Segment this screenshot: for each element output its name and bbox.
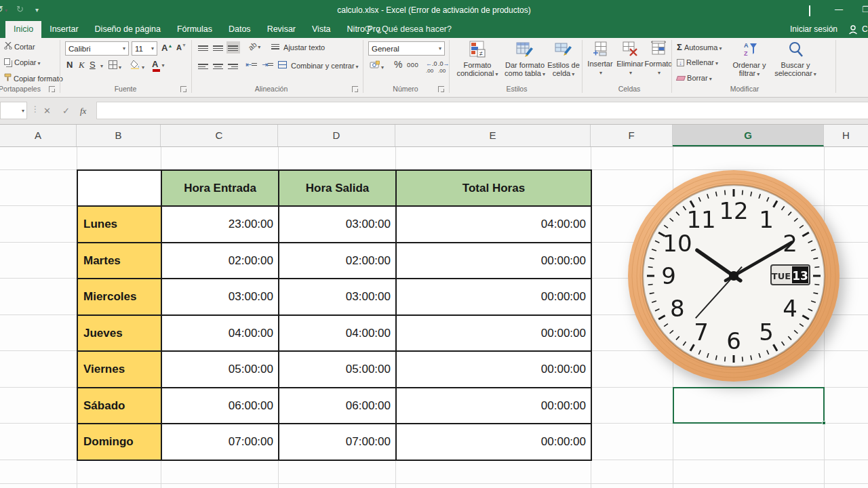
cell-hora-entrada[interactable]: 05:00:00	[162, 352, 279, 388]
fill-handle[interactable]	[822, 421, 826, 425]
insert-function-icon[interactable]: fx	[80, 106, 86, 117]
selected-cell[interactable]	[673, 387, 825, 424]
cell-total-horas[interactable]: 00:00:00	[397, 424, 592, 461]
cell-hora-salida[interactable]: 06:00:00	[279, 388, 397, 424]
cell-day[interactable]: Martes	[78, 243, 162, 279]
tell-me-search[interactable]: ¿Qué desea hacer?	[365, 24, 452, 34]
cell-day[interactable]: Sábado	[78, 388, 162, 424]
underline-options-arrow-icon[interactable]: ▾	[100, 63, 103, 69]
increase-font-size-button[interactable]: A▲	[161, 43, 172, 53]
cell-day[interactable]: Domingo	[78, 424, 162, 461]
align-top-button[interactable]	[197, 41, 210, 54]
table-header-hora-entrada[interactable]: Hora Entrada	[162, 171, 279, 207]
clear-button[interactable]: Borrar▾	[677, 74, 712, 82]
cell-hora-salida[interactable]: 02:00:00	[279, 243, 397, 279]
cell-hora-entrada[interactable]: 03:00:00	[162, 279, 279, 316]
alignment-dialog-launcher-icon[interactable]	[352, 86, 358, 92]
maximize-icon[interactable]: ❐	[860, 5, 868, 14]
table-header-total-horas[interactable]: Total Horas	[397, 171, 592, 207]
column-header-H[interactable]: H	[824, 125, 868, 146]
cell-hora-entrada[interactable]: 23:00:00	[162, 207, 279, 243]
cancel-entry-icon[interactable]: ✕	[43, 106, 51, 116]
number-dialog-launcher-icon[interactable]	[438, 86, 444, 92]
fill-color-button[interactable]: ▾	[130, 60, 144, 70]
cell-day[interactable]: Viernes	[78, 352, 162, 388]
share-button-partial[interactable]: C	[862, 24, 868, 34]
align-middle-button[interactable]	[212, 41, 225, 54]
minimize-icon[interactable]: —	[833, 5, 845, 14]
sort-filter-button[interactable]: A Z Ordenar y filtrar▾	[728, 41, 770, 79]
insert-cells-button[interactable]: Insertar▾	[586, 41, 614, 77]
cell-day[interactable]: Jueves	[78, 316, 162, 352]
cell-total-horas[interactable]: 00:00:00	[397, 316, 592, 352]
ribbon-tab-datos[interactable]: Datos	[220, 21, 259, 38]
align-bottom-button[interactable]	[226, 41, 240, 54]
comma-style-button[interactable]: 000	[407, 61, 418, 68]
cell-day[interactable]: Miercoles	[78, 279, 162, 316]
ribbon-tab-insertar[interactable]: Insertar	[41, 21, 86, 38]
font-name-select[interactable]: Calibri▾	[65, 41, 129, 56]
cell-hora-entrada[interactable]: 02:00:00	[162, 243, 279, 279]
find-select-button[interactable]: Buscar y seleccionar▾	[772, 41, 819, 79]
font-dialog-launcher-icon[interactable]	[180, 86, 186, 92]
format-cells-button[interactable]: Formato▾	[644, 41, 673, 77]
cell-hora-entrada[interactable]: 07:00:00	[162, 424, 279, 461]
fill-button[interactable]: ↓ Rellenar▾	[677, 58, 718, 66]
align-left-button[interactable]	[197, 60, 210, 72]
increase-decimal-button[interactable]: ←.0.00	[426, 60, 437, 74]
cell-hora-salida[interactable]: 03:00:00	[279, 279, 397, 316]
clipboard-dialog-launcher-icon[interactable]	[49, 86, 55, 92]
conditional-formatting-button[interactable]: ≠ Formato condicional▾	[453, 41, 502, 79]
cell-hora-entrada[interactable]: 06:00:00	[162, 388, 279, 424]
ribbon-tab-dise-o-de-p-gina[interactable]: Diseño de página	[87, 21, 169, 38]
number-format-select[interactable]: General▾	[368, 41, 445, 56]
decrease-indent-button[interactable]: ⇤	[245, 60, 257, 69]
cell-total-horas[interactable]: 00:00:00	[397, 279, 592, 316]
wrap-text-button[interactable]: Ajustar texto	[271, 43, 325, 52]
accounting-format-button[interactable]: ▾	[370, 60, 384, 70]
font-size-select[interactable]: 11▾	[132, 41, 157, 56]
cell-day[interactable]: Lunes	[78, 207, 162, 243]
sign-in-button[interactable]: Iniciar sesión	[790, 24, 837, 34]
name-box[interactable]: ▾	[0, 102, 27, 119]
column-header-A[interactable]: A	[0, 125, 77, 146]
autosum-button[interactable]: Σ Autosuma▾	[677, 42, 722, 52]
bold-button[interactable]: N	[66, 60, 73, 70]
account-person-icon[interactable]	[848, 24, 859, 36]
cell-hora-salida[interactable]: 03:00:00	[279, 207, 397, 243]
ribbon-display-options-icon[interactable]	[804, 6, 816, 16]
align-center-button[interactable]	[212, 60, 225, 72]
table-corner-cell[interactable]	[78, 171, 162, 207]
borders-button[interactable]: ▾	[108, 60, 121, 70]
cell-total-horas[interactable]: 04:00:00	[397, 207, 592, 243]
cell-hora-entrada[interactable]: 04:00:00	[162, 316, 279, 352]
underline-button[interactable]: S	[90, 60, 96, 70]
column-header-C[interactable]: C	[161, 125, 278, 146]
cell-total-horas[interactable]: 00:00:00	[397, 352, 592, 388]
ribbon-tab-revisar[interactable]: Revisar	[259, 21, 304, 38]
percent-style-button[interactable]: %	[394, 59, 402, 70]
cell-hora-salida[interactable]: 04:00:00	[279, 316, 397, 352]
increase-indent-button[interactable]: ⇥	[262, 60, 273, 69]
merge-center-button[interactable]: Combinar y centrar▾	[278, 61, 359, 70]
cell-total-horas[interactable]: 00:00:00	[397, 388, 592, 424]
decrease-font-size-button[interactable]: A▼	[176, 43, 186, 52]
column-header-E[interactable]: E	[395, 125, 591, 146]
align-right-button[interactable]	[226, 60, 240, 72]
cell-styles-button[interactable]: Estilos de celda▾	[547, 41, 580, 79]
ribbon-tab-f-rmulas[interactable]: Fórmulas	[169, 21, 220, 38]
formula-input[interactable]	[96, 102, 868, 119]
orientation-button[interactable]: ab▾	[248, 42, 260, 50]
confirm-entry-icon[interactable]: ✓	[62, 106, 70, 116]
ribbon-tab-vista[interactable]: Vista	[304, 21, 339, 38]
column-header-F[interactable]: F	[591, 125, 673, 146]
cell-total-horas[interactable]: 00:00:00	[397, 243, 592, 279]
column-header-B[interactable]: B	[77, 125, 161, 146]
cell-hora-salida[interactable]: 05:00:00	[279, 352, 397, 388]
delete-cells-button[interactable]: Eliminar▾	[616, 41, 644, 77]
italic-button[interactable]: K	[79, 60, 85, 70]
column-header-D[interactable]: D	[278, 125, 395, 146]
column-header-G[interactable]: G	[673, 125, 824, 146]
font-color-button[interactable]: A ▾	[152, 59, 164, 69]
cell-hora-salida[interactable]: 07:00:00	[279, 424, 397, 461]
